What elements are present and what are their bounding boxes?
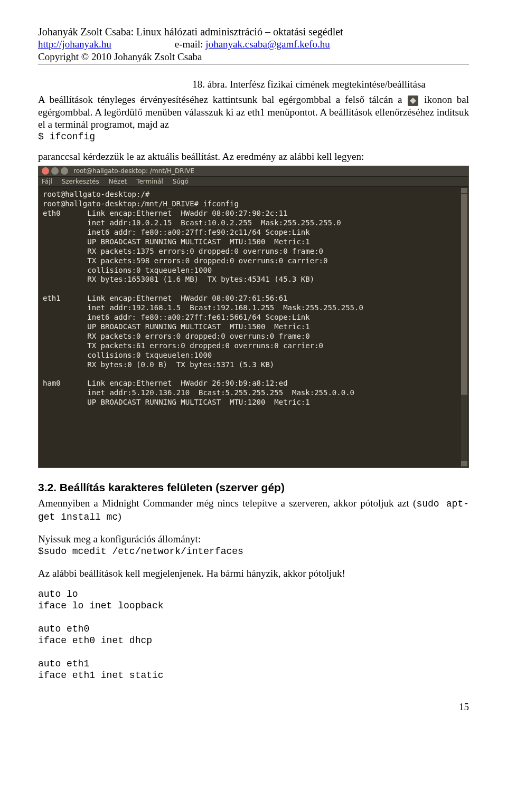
terminal-titlebar: root@hallgato-desktop: /mnt/H_DRIVE bbox=[39, 166, 468, 177]
scrollbar-up-icon[interactable] bbox=[461, 188, 467, 193]
header-copyright: Copyright © 2010 Johanyák Zsolt Csaba bbox=[38, 51, 469, 64]
terminal-body[interactable]: root@hallgato-desktop:/# root@hallgato-d… bbox=[39, 187, 468, 467]
command-mcedit: $sudo mcedit /etc/network/interfaces bbox=[38, 546, 469, 558]
terminal-window: root@hallgato-desktop: /mnt/H_DRIVE Fájl… bbox=[38, 166, 469, 468]
terminal-title: root@hallgato-desktop: /mnt/H_DRIVE bbox=[73, 167, 194, 175]
menu-edit[interactable]: Szerkesztés bbox=[62, 178, 99, 185]
network-manager-icon bbox=[408, 95, 418, 106]
paragraph-config-note: Az alábbi beállítások kell megjelenjenek… bbox=[38, 567, 469, 579]
header-email-prefix: e-mail: bbox=[175, 39, 206, 50]
scrollbar-thumb[interactable] bbox=[461, 194, 467, 395]
para1-a: A beállítások tényleges érvényesítéséhez… bbox=[38, 94, 407, 105]
header-url-link[interactable]: http://johanyak.hu bbox=[38, 38, 111, 50]
close-icon[interactable] bbox=[42, 167, 49, 175]
menu-term[interactable]: Terminál bbox=[136, 178, 163, 185]
menu-view[interactable]: Nézet bbox=[109, 178, 127, 185]
menu-file[interactable]: Fájl bbox=[42, 178, 52, 185]
figure-caption: 18. ábra. Interfész fizikai címének megt… bbox=[170, 78, 448, 90]
header-email: e-mail: johanyak.csaba@gamf.kefo.hu bbox=[175, 38, 330, 50]
minimize-icon[interactable] bbox=[51, 167, 59, 175]
page-number: 15 bbox=[38, 701, 469, 713]
terminal-menubar: Fájl Szerkesztés Nézet Terminál Súgó bbox=[39, 177, 468, 187]
header-email-link[interactable]: johanyak.csaba@gamf.kefo.hu bbox=[205, 39, 330, 50]
maximize-icon[interactable] bbox=[61, 167, 68, 175]
para3-a: Amennyiben a Midnight Commander még ninc… bbox=[38, 498, 416, 509]
command-ifconfig: $ ifconfig bbox=[38, 131, 469, 143]
section-3-2-heading: 3.2. Beállítás karakteres felületen (sze… bbox=[38, 481, 469, 494]
paragraph-settings-apply: A beállítások tényleges érvényesítéséhez… bbox=[38, 93, 469, 130]
paragraph-open-config: Nyissuk meg a konfigurációs állományt: bbox=[38, 533, 469, 545]
para3-b: ) bbox=[118, 511, 121, 522]
scrollbar-down-icon[interactable] bbox=[461, 461, 467, 466]
menu-help[interactable]: Súgó bbox=[173, 178, 189, 185]
paragraph-result-intro: paranccsal kérdezzük le az aktuális beál… bbox=[38, 150, 469, 163]
paragraph-mc-install: Amennyiben a Midnight Commander még ninc… bbox=[38, 497, 469, 523]
page-header-title: Johanyák Zsolt Csaba: Linux hálózati adm… bbox=[38, 25, 469, 38]
interfaces-config-block: auto lo iface lo inet loopback auto eth0… bbox=[38, 589, 469, 682]
